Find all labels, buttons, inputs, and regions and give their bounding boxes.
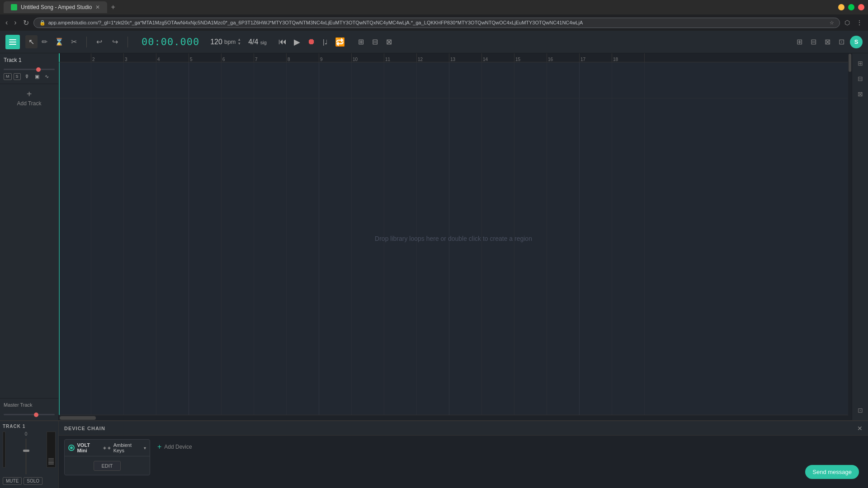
pan-bar-3	[48, 461, 54, 462]
mute-button[interactable]: MUTE	[3, 477, 22, 485]
vscrollbar-thumb[interactable]	[849, 54, 851, 72]
grid-col-4	[156, 62, 189, 415]
vertical-scrollbar[interactable]	[848, 53, 852, 420]
redo-button[interactable]: ↪	[109, 35, 121, 48]
fader-container[interactable]	[24, 438, 29, 474]
quantize-tool-button[interactable]: ⊠	[383, 35, 395, 48]
merge-tool-button[interactable]: ⊞	[355, 35, 367, 48]
bottom-panel: TRACK 1 0	[0, 420, 868, 488]
back-button[interactable]: ‹	[4, 17, 9, 28]
right-sidebar-btn-2[interactable]: ⊟	[855, 72, 866, 85]
pan-meter-bars	[47, 434, 55, 465]
right-sidebar-btn-1[interactable]: ⊞	[855, 57, 866, 70]
play-button[interactable]: ▶	[291, 35, 303, 49]
device-midi-indicators: ◈ ◈	[103, 446, 111, 450]
reload-button[interactable]: ↻	[21, 17, 31, 29]
pencil-tool-button[interactable]: ✏	[38, 35, 51, 48]
rewind-button[interactable]: ⏮	[276, 35, 289, 48]
solo-button[interactable]: SOLO	[24, 477, 42, 485]
metronome-button[interactable]: |♩	[320, 37, 330, 47]
track-1-mute-button[interactable]: M	[4, 73, 12, 80]
split-tool-button[interactable]: ⊟	[369, 35, 381, 48]
extensions-button[interactable]: ⬡	[843, 17, 852, 28]
track-region-area[interactable]: Drop library loops here or double click …	[59, 62, 848, 415]
horizontal-scrollbar[interactable]	[59, 415, 848, 420]
address-bar[interactable]: 🔒 app.ampedstudio.com/?_gl=1*zkt20c*_ga*…	[33, 18, 840, 28]
close-button[interactable]: ✕	[858, 4, 864, 10]
ruler-mark-3: 3	[124, 53, 156, 62]
midi-icon: ◈	[103, 446, 106, 450]
minimize-button[interactable]: ─	[838, 4, 844, 10]
fader-thumb[interactable]	[23, 450, 29, 452]
track-1-header: Track 1	[0, 53, 58, 65]
browser-tab[interactable]: Untitled Song - Amped Studio ✕	[4, 1, 107, 13]
grid-col-2	[91, 62, 124, 415]
ruler-mark-17: 17	[580, 53, 612, 62]
pan-meter	[47, 432, 56, 468]
timeline-ruler: 2 3 4 5 6 7 8 9 10 11 12 13 14 15 16 17	[59, 53, 848, 62]
add-device-button[interactable]: + Add Device	[154, 439, 196, 455]
grid-col-9	[319, 62, 352, 415]
send-message-button[interactable]: Send message	[805, 465, 859, 479]
user-avatar[interactable]: S	[850, 36, 863, 48]
panel-2-button[interactable]: ⊟	[808, 36, 819, 48]
maximize-button[interactable]: □	[848, 4, 854, 10]
bookmark-icon[interactable]: ☆	[830, 20, 834, 26]
time-sig-value: 4/4	[248, 38, 258, 46]
track-1-arm-button[interactable]: 🎙	[23, 73, 31, 80]
right-sidebar-btn-3[interactable]: ⊠	[855, 88, 866, 100]
master-volume-slider[interactable]	[4, 414, 55, 415]
track-list: Track 1 M S 🎙 ▣ ∿ + Add Track Master Tr	[0, 53, 59, 420]
scrollbar-thumb[interactable]	[60, 416, 96, 420]
fader-value: 0	[25, 432, 28, 436]
undo-button[interactable]: ↩	[93, 35, 105, 48]
track-1-volume-slider[interactable]	[4, 69, 55, 70]
right-sidebar-btn-4[interactable]: ⊡	[855, 404, 866, 417]
panel-4-button[interactable]: ⊡	[836, 36, 847, 48]
clock-tool-button[interactable]: ⌛	[52, 35, 67, 48]
ruler-mark-15: 15	[514, 53, 547, 62]
track-mixer-label: TRACK 1	[3, 424, 56, 429]
panel-1-button[interactable]: ⊞	[794, 36, 805, 48]
browser-menu-button[interactable]: ⋮	[854, 17, 864, 28]
main-area: Track 1 M S 🎙 ▣ ∿ + Add Track Master Tr	[0, 53, 868, 420]
bpm-display: 120 bpm ▲ ▼	[210, 38, 241, 46]
bpm-down-arrow[interactable]: ▼	[237, 42, 241, 46]
grid-col-17	[580, 62, 612, 415]
device-edit-button[interactable]: EDIT	[94, 461, 120, 471]
fader-strip: 0	[7, 432, 45, 474]
track-playhead	[59, 62, 60, 415]
add-track-label: Add Track	[17, 100, 41, 107]
track-item-1: Track 1 M S 🎙 ▣ ∿	[0, 53, 58, 84]
lock-icon: 🔒	[39, 20, 46, 26]
track-1-solo-button[interactable]: S	[14, 73, 21, 80]
panel-3-button[interactable]: ⊠	[822, 36, 833, 48]
device-card-1: VOLT Mini ◈ ◈ Ambient Keys ▾ EDIT	[64, 439, 150, 475]
track-1-volume[interactable]	[4, 65, 55, 71]
loop-button[interactable]: 🔁	[332, 35, 348, 49]
bpm-value: 120	[210, 38, 222, 46]
track-1-controls: M S 🎙 ▣ ∿	[0, 73, 58, 84]
toolbar-right: ⊞ ⊟ ⊠ ⊡ S	[794, 36, 863, 48]
device-power-button[interactable]	[68, 445, 75, 451]
tab-close-button[interactable]: ✕	[95, 4, 100, 10]
hamburger-menu-button[interactable]	[5, 35, 20, 49]
mute-solo-row: MUTE SOLO	[3, 477, 56, 485]
time-signature[interactable]: 4/4 sig	[248, 38, 267, 46]
select-tool-button[interactable]: ↖	[25, 35, 38, 48]
device-chain-close-button[interactable]: ✕	[857, 425, 863, 432]
ruler-mark-12: 12	[417, 53, 449, 62]
track-1-eq-button[interactable]: ▣	[33, 73, 41, 80]
bpm-arrows[interactable]: ▲ ▼	[237, 38, 241, 46]
device-preset-selector[interactable]: Ambient Keys ▾	[113, 442, 146, 453]
bpm-up-arrow[interactable]: ▲	[237, 38, 241, 42]
track-1-auto-button[interactable]: ∿	[43, 73, 51, 80]
pan-bar-2	[48, 460, 54, 460]
forward-button[interactable]: ›	[12, 17, 18, 28]
new-tab-button[interactable]: +	[111, 3, 115, 11]
scissors-tool-button[interactable]: ✂	[68, 35, 80, 48]
ruler-mark-11: 11	[384, 53, 417, 62]
add-track-area[interactable]: + Add Track	[0, 84, 58, 112]
record-button[interactable]: ⏺	[305, 35, 318, 48]
ruler-mark-2: 2	[91, 53, 124, 62]
